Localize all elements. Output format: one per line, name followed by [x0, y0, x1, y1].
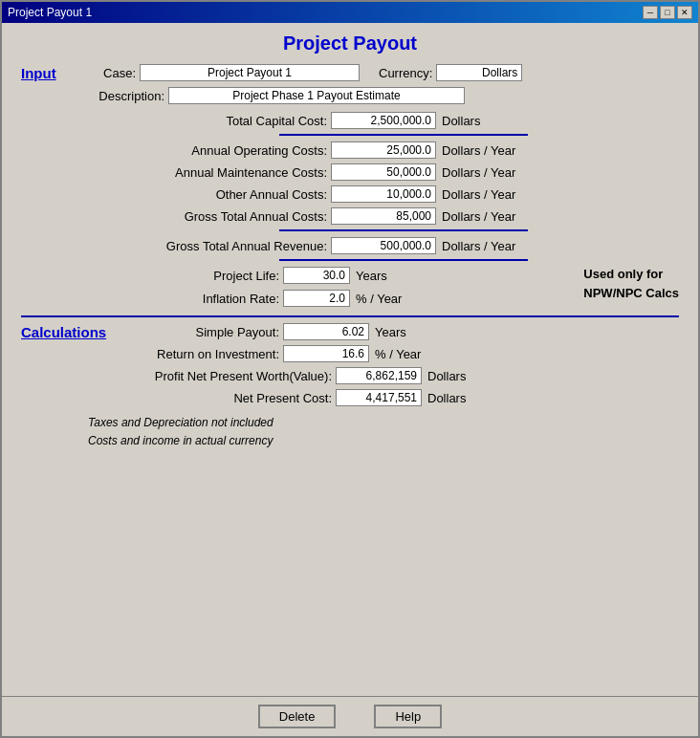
total-capital-cost-input[interactable]	[331, 112, 436, 129]
maximize-button[interactable]: □	[660, 6, 675, 19]
disclaimer-notes: Taxes and Depreciation not included Cost…	[88, 414, 679, 450]
description-input[interactable]	[168, 87, 465, 104]
inflation-rate-unit: % / Year	[356, 292, 402, 306]
inflation-rate-label: Inflation Rate:	[164, 292, 279, 306]
bottom-bar: Delete Help	[2, 696, 698, 736]
description-label: Description:	[88, 89, 164, 103]
main-content: Project Payout Input Case: Currency: Des…	[2, 23, 698, 696]
delete-button[interactable]: Delete	[258, 705, 337, 728]
annual-operating-unit: Dollars / Year	[442, 143, 515, 158]
npw-note-line1: Used only for	[583, 265, 679, 284]
npw-note: Used only for NPW/NPC Calcs	[583, 265, 679, 302]
window-title: Project Payout 1	[8, 6, 92, 19]
close-button[interactable]: ✕	[677, 6, 692, 19]
note-line1: Taxes and Depreciation not included	[88, 414, 679, 432]
gross-total-annual-revenue-unit: Dollars / Year	[442, 239, 515, 253]
note-line2: Costs and income in actual currency	[88, 432, 679, 450]
other-annual-unit: Dollars / Year	[442, 187, 515, 202]
profit-npv-input[interactable]	[336, 367, 422, 384]
inflation-rate-input[interactable]	[283, 290, 350, 307]
net-present-cost-unit: Dollars	[427, 391, 466, 405]
input-section-link[interactable]: Input	[21, 65, 88, 81]
currency-label: Currency:	[379, 66, 432, 80]
net-present-cost-label: Net Present Cost:	[126, 391, 332, 405]
gross-total-annual-costs-label: Gross Total Annual Costs:	[164, 209, 327, 224]
gross-total-annual-costs-unit: Dollars / Year	[442, 209, 515, 224]
page-title: Project Payout	[21, 33, 679, 54]
other-annual-input[interactable]	[331, 185, 436, 203]
project-life-unit: Years	[356, 269, 387, 283]
gross-total-annual-revenue-label: Gross Total Annual Revenue:	[164, 239, 327, 253]
return-on-investment-input[interactable]	[283, 345, 369, 362]
annual-maintenance-unit: Dollars / Year	[442, 165, 515, 180]
total-capital-cost-label: Total Capital Cost:	[164, 114, 327, 128]
profit-npv-label: Profit Net Present Worth(Value):	[126, 369, 332, 383]
profit-npv-unit: Dollars	[427, 369, 466, 383]
return-on-investment-label: Return on Investment:	[126, 347, 279, 361]
other-annual-label: Other Annual Costs:	[164, 187, 327, 202]
annual-maintenance-input[interactable]	[331, 163, 436, 181]
calculations-section-link[interactable]: Calculations	[21, 324, 126, 340]
gross-total-annual-costs-input[interactable]	[331, 207, 436, 225]
return-on-investment-unit: % / Year	[375, 347, 421, 361]
net-present-cost-input[interactable]	[336, 389, 422, 406]
help-button[interactable]: Help	[374, 705, 442, 728]
annual-operating-input[interactable]	[331, 141, 436, 159]
case-input[interactable]	[140, 64, 360, 81]
minimize-button[interactable]: ─	[643, 6, 658, 19]
case-label: Case:	[88, 66, 136, 80]
npw-note-line2: NPW/NPC Calcs	[583, 284, 679, 303]
project-life-input[interactable]	[283, 267, 350, 284]
simple-payout-unit: Years	[375, 325, 406, 339]
project-life-label: Project Life:	[164, 269, 279, 283]
total-capital-cost-unit: Dollars	[442, 114, 480, 128]
currency-input[interactable]	[436, 64, 522, 81]
annual-maintenance-label: Annual Maintenance Costs:	[164, 165, 327, 180]
simple-payout-label: Simple Payout:	[126, 325, 279, 339]
annual-operating-label: Annual Operating Costs:	[164, 143, 327, 158]
title-bar: Project Payout 1 ─ □ ✕	[2, 2, 698, 23]
simple-payout-input[interactable]	[283, 323, 369, 340]
gross-total-annual-revenue-input[interactable]	[331, 237, 436, 254]
window-controls: ─ □ ✕	[643, 6, 692, 19]
